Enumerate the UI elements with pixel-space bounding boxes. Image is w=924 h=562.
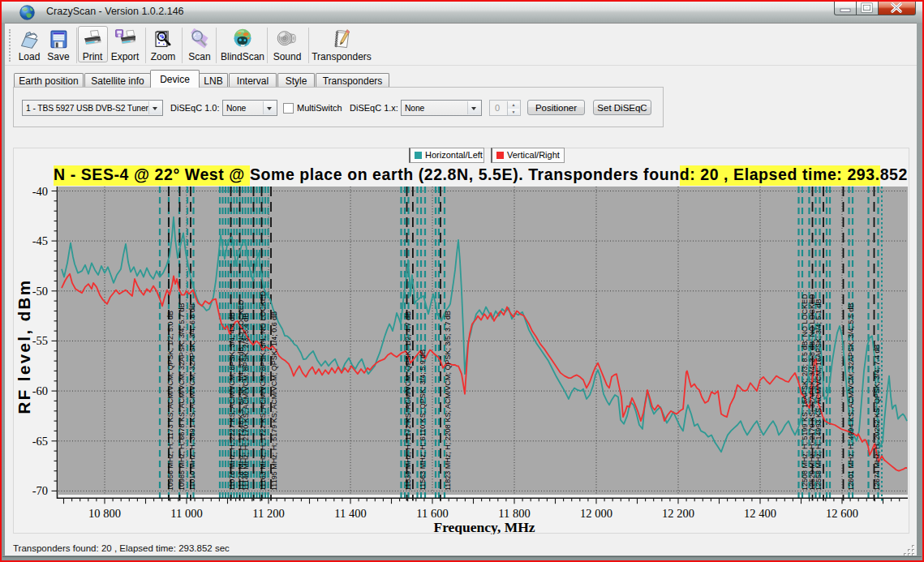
svg-text:11140 MHz; H; 2170 KS; ACM/VCM: 11140 MHz; H; 2170 KS; ACM/VCM; 8PSK; 2/… [242, 313, 250, 491]
svg-text:11195 MHz; H; 5179 KS; ACM/VCM: 11195 MHz; H; 5179 KS; ACM/VCM; QPSK; 1/… [270, 311, 278, 491]
svg-text:11076 MHz; H; 2227 KS; ACM/VCM: 11076 MHz; H; 2227 KS; ACM/VCM; 8PSK; 3/… [228, 312, 236, 491]
svg-text:12558 MHz; H; 14993 KS; ACM/VC: 12558 MHz; H; 14993 KS; ACM/VCM; 16APSK;… [814, 298, 823, 491]
svg-text:12 600: 12 600 [826, 507, 858, 520]
svg-text:11163 MHz; H; 1722 KS; ACM/VCM: 11163 MHz; H; 1722 KS; ACM/VCM; 8PSK; 3/… [259, 290, 267, 491]
svg-text:11563 MHz; H; 6110 KS; QPSK; 3: 11563 MHz; H; 6110 KS; QPSK; 3/4; 5.9 dB [419, 350, 427, 491]
svg-text:10 800: 10 800 [88, 507, 121, 520]
svg-text:11 200: 11 200 [252, 507, 284, 520]
svg-text:12 400: 12 400 [744, 507, 776, 520]
svg-text:11010 MHz; H; 3891 KS; ACM/VCM: 11010 MHz; H; 3891 KS; ACM/VCM; 32APSK; … [188, 303, 196, 491]
svg-text:11 800: 11 800 [498, 507, 530, 520]
svg-text:11539 MHz; H; 1172 KS; ACM/VCM: 11539 MHz; H; 1172 KS; ACM/VCM; QPSK; 1/… [404, 311, 412, 491]
svg-text:-50: -50 [32, 285, 48, 298]
svg-text:11 400: 11 400 [334, 507, 366, 520]
svg-text:10985 MHz; H; 6678 KS; ACM/VCM: 10985 MHz; H; 6678 KS; ACM/VCM; 32APSK; … [178, 302, 186, 491]
svg-text:11 600: 11 600 [416, 507, 448, 520]
svg-text:12 200: 12 200 [662, 507, 694, 520]
svg-text:10956 MHz; H; 1173 KS; ACM/VCM: 10956 MHz; H; 1173 KS; ACM/VCM; QPSK; 1/… [166, 311, 174, 491]
svg-text:-60: -60 [32, 384, 48, 397]
svg-text:Frequency, MHz: Frequency, MHz [433, 519, 535, 534]
svg-text:12674 MHz; H; 20252 KS; QPSK;: 12674 MHz; H; 20252 KS; QPSK; 3/4; 7.4 d… [873, 344, 881, 491]
svg-text:-65: -65 [32, 435, 48, 448]
svg-text:-55: -55 [32, 334, 48, 347]
svg-text:11 000: 11 000 [170, 507, 202, 520]
svg-text:12 000: 12 000 [580, 507, 612, 520]
svg-text:RF level, dBm: RF level, dBm [15, 279, 33, 414]
svg-text:12601 MHz; H; 4994 KS; ACM/VCM: 12601 MHz; H; 4994 KS; ACM/VCM; 32APSK; … [847, 302, 855, 491]
svg-text:-45: -45 [32, 234, 48, 247]
svg-text:11823 MHz; H; 2208 KS; ACM/VCM: 11823 MHz; H; 2208 KS; ACM/VCM; QPSK; 3/… [444, 311, 452, 491]
svg-text:-70: -70 [32, 484, 48, 497]
